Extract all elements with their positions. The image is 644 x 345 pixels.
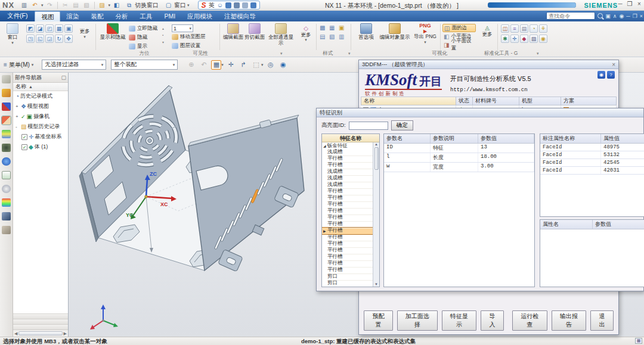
keyboard-icon[interactable]	[234, 2, 240, 8]
expander-icon[interactable]: +	[16, 104, 20, 109]
group-dialog-cb[interactable]: ▾	[348, 51, 351, 56]
top-view-icon[interactable]: ◰	[45, 24, 54, 33]
scroll-left-icon[interactable]: ◀	[14, 331, 17, 336]
col-material[interactable]: 材料牌号	[473, 97, 519, 105]
skin-icon[interactable]	[242, 2, 248, 8]
hide-button[interactable]: 隐藏	[129, 33, 157, 42]
report-document-icon[interactable]	[2, 171, 11, 179]
facet-settings-button[interactable]: ◨ 小平面设置	[442, 41, 476, 49]
immediate-hide-button[interactable]: 立即隐藏	[129, 24, 157, 33]
window-menu-button[interactable]: ▢ 窗口▾	[162, 1, 191, 10]
vscroll-thumb[interactable]	[374, 147, 379, 170]
ribbon-tab[interactable]: 视图	[35, 11, 60, 21]
param-col-desc[interactable]: 参数说明	[431, 134, 478, 143]
move-to-layer-button[interactable]: 移动至图层	[172, 32, 206, 41]
paste-icon[interactable]: ▧	[82, 1, 91, 9]
std-tool-icon-3[interactable]: ▤	[520, 24, 528, 33]
dfm-action-button[interactable]: 导入	[481, 310, 504, 331]
scroll-down-icon[interactable]: ▼	[374, 282, 378, 286]
attr-row[interactable]: FaceId53132	[540, 151, 644, 159]
cut-icon[interactable]: ✂	[61, 1, 70, 9]
edit-section-button[interactable]: 编辑截面	[223, 23, 243, 41]
info-navigator-icon[interactable]	[2, 157, 11, 166]
ribbon-tab[interactable]: 装配	[85, 11, 109, 21]
left-view-icon[interactable]: ◱	[36, 35, 44, 43]
hidden-edge-style-icon[interactable]: ▤	[320, 33, 329, 42]
assembly-navigator-icon[interactable]	[2, 89, 11, 97]
name-column-header[interactable]: 名称▲	[13, 83, 68, 91]
clip-section-button[interactable]: 剪切截面	[244, 23, 265, 41]
rotate-view-icon[interactable]: ↻	[55, 35, 63, 43]
preferences-button[interactable]: 首选项	[355, 23, 377, 41]
ribbon-tab[interactable]: 注塑模向导	[218, 11, 262, 21]
panel-pin-icon[interactable]: ▢	[61, 74, 66, 80]
navigator-tree-item[interactable]: + ✓ 摄像机	[13, 111, 68, 122]
navigator-tree-item[interactable]: + 模型视图	[13, 101, 68, 111]
studio-style-icon[interactable]: ▣	[339, 24, 348, 33]
dfm-refresh-icon[interactable]: ◉	[597, 71, 605, 79]
group-dialog-ca[interactable]: ▾	[280, 51, 283, 56]
doc-restore-button[interactable]: ❐	[633, 13, 637, 19]
dfm-dialog-titlebar[interactable]: 3DDFM--- （超级管理员） ×	[359, 60, 618, 69]
ball-icon[interactable]: ◉	[278, 60, 288, 70]
expander-icon[interactable]: +	[16, 114, 20, 119]
menu-button[interactable]: ≡菜单(M)▾	[0, 61, 37, 69]
doc-close-button[interactable]: ×	[640, 13, 643, 19]
ribbon-tab[interactable]: 工具	[134, 11, 158, 21]
std-tool-icon-8[interactable]: ◆	[520, 35, 528, 43]
attr2-col-name[interactable]: 属性名	[540, 220, 593, 229]
navigator-collapsed-panes[interactable]: ◀ ▶	[13, 313, 68, 337]
snap-point-icon[interactable]: ⊕	[186, 60, 196, 70]
std-tool-icon-6[interactable]: ✱	[501, 35, 509, 43]
dfm-action-button[interactable]: 输出报告	[552, 310, 586, 331]
navigator-tree-item[interactable]: ✓ 基准坐标系	[13, 132, 68, 142]
gallery-up-icon[interactable]: ▴	[162, 26, 164, 30]
dfm-action-button[interactable]: 特征显示	[442, 310, 476, 331]
scroll-right-icon[interactable]: ▶	[64, 331, 67, 336]
hscroll-thumb[interactable]	[18, 331, 62, 335]
open-folder-icon[interactable]: ▨	[98, 1, 107, 9]
color-palette-icon[interactable]	[2, 198, 11, 207]
snap-enabled-icon[interactable]: ▦	[211, 60, 221, 70]
attr-row[interactable]: FaceId42545	[540, 159, 644, 167]
orientation-more-button[interactable]: 更多▾	[76, 29, 93, 39]
navigator-hscrollbar[interactable]: ◀ ▶	[13, 330, 68, 337]
visualization-more-button[interactable]: ◬ 更多	[479, 24, 495, 37]
parameter-row[interactable]: l长度18.00	[384, 153, 534, 163]
save-icon[interactable]: ▥	[20, 1, 29, 9]
undo-caret-icon[interactable]: ▾	[41, 3, 44, 8]
ribbon-tab[interactable]: 渲染	[60, 11, 85, 21]
dfm-action-button[interactable]: 预配置	[364, 310, 393, 331]
isometric-view-icon[interactable]: ◪	[36, 24, 44, 33]
history-dropdown-icon[interactable]: ▣	[605, 13, 611, 19]
vector-icon[interactable]: ↱	[239, 60, 249, 70]
attr2-col-value[interactable]: 参数值	[593, 220, 644, 229]
std-tool-icon-7[interactable]: ✛	[510, 35, 519, 43]
work-layer-combo[interactable]: 1▾	[172, 24, 193, 32]
face-edges-button[interactable]: ◫ 面的边	[442, 24, 476, 32]
copy-icon[interactable]: ▤	[72, 1, 80, 9]
dfm-help-icon[interactable]: ?	[607, 71, 615, 79]
attr-col-name[interactable]: 标注属性名称	[540, 134, 601, 143]
constraint-navigator-icon[interactable]	[2, 102, 11, 111]
point-constructor-icon[interactable]: ✛	[226, 60, 236, 70]
window-button[interactable]: 窗口▾	[3, 23, 22, 45]
grid-icon[interactable]	[250, 2, 256, 8]
attr-row[interactable]: FaceId42031	[540, 167, 644, 175]
show-button[interactable]: 显示	[129, 42, 157, 51]
ribbon-tab[interactable]: PMI	[158, 11, 181, 21]
doc-minimize-button[interactable]: ─	[626, 13, 630, 19]
status-grid-icon[interactable]: ▦	[635, 338, 642, 344]
section-more-button[interactable]: ◇ 更多▾	[298, 25, 314, 42]
tab-file[interactable]: 文件(F)	[0, 11, 35, 21]
layer-settings-button[interactable]: 图层设置	[172, 41, 206, 50]
expander-icon[interactable]: -	[16, 124, 20, 129]
shaded-style-icon[interactable]: ▩	[320, 24, 329, 33]
touch-tool-icon[interactable]	[2, 226, 11, 234]
zoom-view-icon[interactable]: ▣	[64, 24, 73, 33]
show-hide-button[interactable]: 显示和隐藏	[98, 23, 128, 41]
export-png-button[interactable]: PNG ▶ 导出 PNG▾	[413, 23, 438, 45]
edit-object-display-button[interactable]: 编辑对象显示	[379, 23, 410, 41]
part-icon[interactable]: ◧	[112, 1, 121, 9]
col-status[interactable]: 状态	[456, 97, 473, 105]
